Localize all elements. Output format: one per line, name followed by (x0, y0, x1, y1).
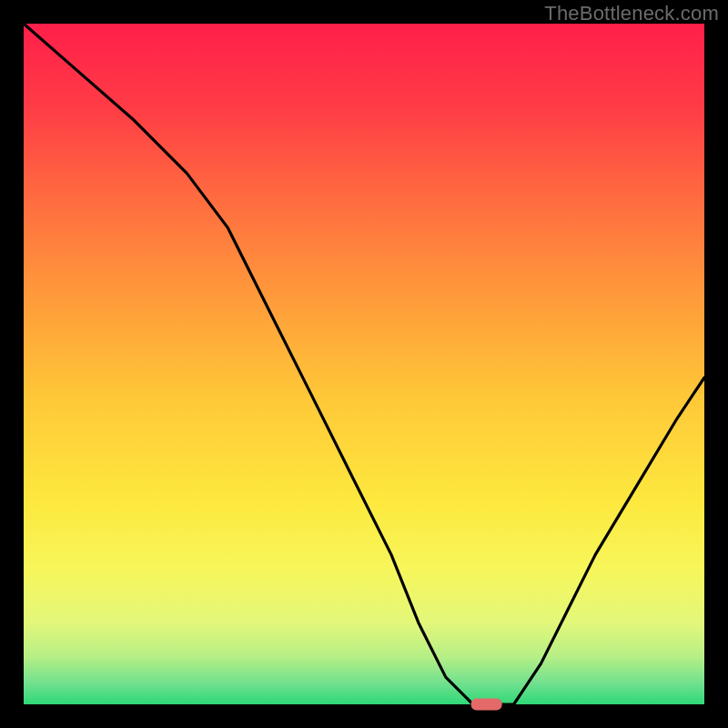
watermark-text: TheBottleneck.com (544, 2, 719, 25)
bottleneck-chart (0, 0, 728, 728)
plot-background (24, 24, 704, 704)
optimal-marker (471, 699, 502, 711)
chart-frame: TheBottleneck.com (0, 0, 728, 728)
